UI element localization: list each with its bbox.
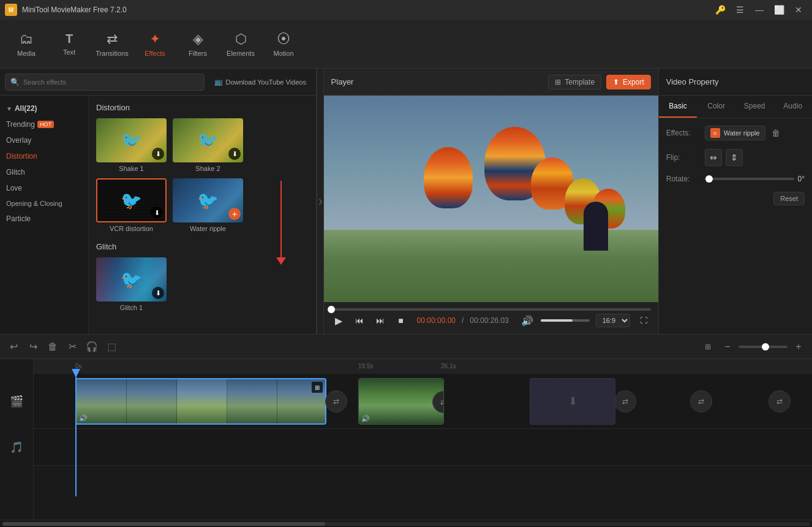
volume-button[interactable]: 🔊 [520, 313, 535, 328]
reset-button[interactable]: Reset [773, 192, 805, 205]
video-frame [324, 96, 658, 302]
content-area: 🔍 📺 Download YouTube Videos ▼ All(22) T [0, 69, 812, 334]
sidebar-item-distortion[interactable]: Distortion [0, 148, 88, 164]
fit-to-window-button[interactable]: ⊞ [699, 338, 716, 355]
sidebar-item-particle[interactable]: Particle [0, 211, 88, 227]
rotate-slider[interactable] [705, 178, 794, 180]
timeline-content: 0s 19.5s 26.1s [34, 359, 812, 520]
undo-button[interactable]: ↩ [5, 338, 22, 355]
flip-vertical-button[interactable]: ⇕ [726, 149, 743, 166]
maximize-button[interactable]: ⬜ [770, 1, 788, 18]
effects-property-content: ≈ Water ripple 🗑 [705, 126, 805, 140]
transition-button-1[interactable]: ⇄ [325, 390, 347, 412]
aspect-ratio-select[interactable]: 16:9 9:16 1:1 [596, 314, 630, 327]
audio-button[interactable]: 🎧 [83, 338, 100, 355]
rotate-handle[interactable] [705, 175, 713, 183]
stop-button[interactable]: ■ [394, 313, 408, 328]
timeline-scrollbar[interactable] [0, 520, 812, 527]
ruler-spacer [0, 359, 33, 374]
flip-horizontal-button[interactable]: ⇔ [705, 149, 722, 166]
download-youtube-button[interactable]: 📺 Download YouTube Videos [209, 75, 311, 88]
effects-sidebar: ▼ All(22) Trending HOT Overlay Distortio… [0, 96, 89, 334]
toolbar-media[interactable]: 🗂 Media [5, 23, 48, 66]
zoom-in-button[interactable]: + [790, 338, 807, 355]
search-box[interactable]: 🔍 [5, 74, 205, 91]
search-input[interactable] [23, 78, 199, 86]
cut-button[interactable]: ✂ [64, 338, 81, 355]
effect-glitch1[interactable]: 🐦 ⬇ Glitch 1 [96, 257, 167, 311]
transition-button-3[interactable]: ⇄ [690, 390, 712, 412]
prev-button[interactable]: ⏮ [352, 313, 367, 328]
zoom-controls: ⊞ − + [699, 338, 807, 355]
transition-button-4[interactable]: ⇄ [769, 390, 791, 412]
rotate-property-label: Rotate: [666, 175, 700, 183]
tab-color[interactable]: Color [697, 96, 735, 118]
playhead[interactable] [75, 374, 77, 496]
music-track [34, 429, 812, 466]
scrollbar-track[interactable] [2, 522, 810, 526]
toolbar-text[interactable]: T Text [48, 23, 91, 66]
redo-button[interactable]: ↪ [24, 338, 42, 355]
effects-grid: Distortion ⬇ Shake 1 [89, 96, 316, 334]
scrollbar-thumb[interactable] [2, 522, 325, 526]
transitions-icon: ⇄ [107, 31, 118, 47]
clip-3-placeholder[interactable]: ⬇ [530, 378, 615, 425]
property-body: Effects: ≈ Water ripple 🗑 Flip: ⇔ ⇕ [659, 118, 812, 334]
transition-button-2[interactable]: ⇄ [614, 390, 636, 412]
zoom-slider[interactable] [739, 346, 788, 348]
volume-slider[interactable] [541, 319, 590, 322]
player-controls: ▶ ⏮ ⏭ ■ 00:00:00.00 / 00:00:26.03 🔊 16:9… [324, 302, 658, 334]
export-button[interactable]: ⬆ Export [606, 75, 651, 89]
clip2-sound-icon: 🔊 [361, 415, 370, 423]
close-button[interactable]: ✕ [790, 1, 807, 18]
crop-button[interactable]: ⬚ [103, 338, 120, 355]
glitch-section-title: Glitch [96, 242, 309, 251]
media-icon: 🗂 [20, 31, 33, 47]
toolbar-transitions[interactable]: ⇄ Transitions [91, 23, 133, 66]
clip-2[interactable]: 🔊 ⇄ [358, 378, 444, 425]
zoom-out-button[interactable]: − [719, 338, 736, 355]
template-button[interactable]: ⊞ Template [548, 75, 601, 89]
fullscreen-button[interactable]: ⛶ [636, 313, 651, 328]
effects-property-label: Effects: [666, 129, 700, 137]
media-label: Media [17, 50, 36, 57]
sidebar-item-trending[interactable]: Trending HOT [0, 116, 88, 132]
main-clip[interactable]: 🔊 ⊞ [75, 378, 326, 425]
effect-shake1[interactable]: ⬇ Shake 1 [96, 118, 167, 172]
toolbar-filters[interactable]: ◈ Filters [176, 23, 219, 66]
effect-glitch1-thumb: 🐦 ⬇ [96, 257, 167, 301]
effects-panel-body: ▼ All(22) Trending HOT Overlay Distortio… [0, 96, 316, 334]
tab-basic[interactable]: Basic [659, 96, 697, 118]
titlebar-menu-icon[interactable]: ☰ [731, 1, 748, 18]
motion-label: Motion [273, 50, 293, 57]
transitions-label: Transitions [96, 50, 128, 57]
delete-effect-button[interactable]: 🗑 [769, 126, 783, 140]
sidebar-item-love[interactable]: Love [0, 180, 88, 196]
delete-button[interactable]: 🗑 [44, 338, 61, 355]
zoom-handle[interactable] [762, 343, 769, 351]
minimize-button[interactable]: — [751, 1, 768, 18]
toolbar-effects[interactable]: ✦ Effects [133, 23, 176, 66]
toolbar-motion[interactable]: ⦿ Motion [262, 23, 305, 66]
time-total: 00:00:26.03 [470, 316, 508, 325]
tab-speed[interactable]: Speed [735, 96, 774, 118]
titlebar-key-icon[interactable]: 🔑 [712, 1, 729, 18]
effect-water-ripple[interactable]: 🐦 + Water ripple [173, 178, 243, 232]
panel-collapse-handle[interactable]: ❯ [317, 69, 324, 334]
effects-panel-header: 🔍 📺 Download YouTube Videos [0, 69, 316, 96]
sidebar-item-opening-closing[interactable]: Opening & Closing [0, 196, 88, 211]
effect-shake2[interactable]: ⬇ Shake 2 [173, 118, 243, 172]
next-button[interactable]: ⏭ [373, 313, 388, 328]
timeline-toolbar: ↩ ↪ 🗑 ✂ 🎧 ⬚ ⊞ − + [0, 335, 812, 359]
elements-icon: ⬡ [235, 31, 247, 47]
tab-audio[interactable]: Audio [773, 96, 812, 118]
sidebar-item-overlay[interactable]: Overlay [0, 132, 88, 148]
sidebar-item-glitch[interactable]: Glitch [0, 164, 88, 180]
add-icon: + [228, 208, 241, 220]
toolbar-elements[interactable]: ⬡ Elements [219, 23, 262, 66]
play-button[interactable]: ▶ [331, 313, 346, 328]
progress-handle[interactable] [328, 306, 335, 313]
progress-bar[interactable] [331, 308, 651, 311]
sidebar-item-all[interactable]: ▼ All(22) [0, 100, 88, 116]
effect-vcr[interactable]: 🐦 ⬇ VCR distortion [96, 178, 167, 232]
